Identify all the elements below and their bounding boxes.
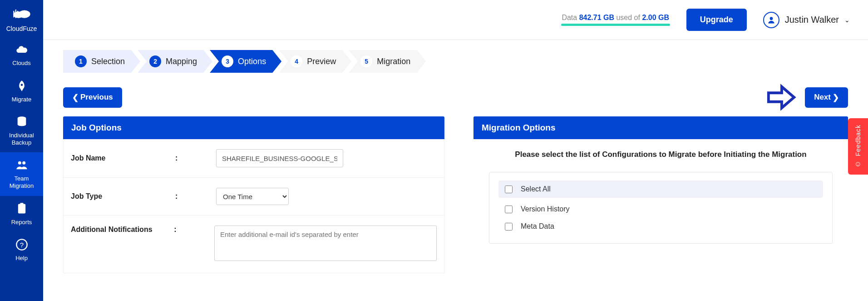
- data-usage-bar: [561, 24, 670, 26]
- svg-point-6: [18, 161, 21, 165]
- main: Data 842.71 GB used of 2.00 GB Upgrade J…: [43, 0, 868, 301]
- step-label: Selection: [91, 57, 125, 66]
- wizard-stepper: 1 Selection 2 Mapping 3 Options 4 Previe…: [63, 50, 848, 73]
- svg-rect-3: [15, 10, 16, 18]
- header: Data 842.71 GB used of 2.00 GB Upgrade J…: [43, 0, 868, 40]
- additional-notifications-label: Additional Notifications: [71, 226, 174, 234]
- svg-point-12: [769, 17, 773, 20]
- step-label: Mapping: [166, 57, 197, 66]
- step-selection[interactable]: 1 Selection: [63, 50, 140, 73]
- database-icon: [2, 115, 41, 130]
- cloud-icon: [2, 43, 41, 58]
- config-item-meta-data[interactable]: Meta Data: [498, 218, 823, 235]
- config-item-label: Meta Data: [521, 222, 554, 231]
- step-migration[interactable]: 5 Migration: [349, 50, 426, 73]
- user-menu[interactable]: Justin Walker ⌄: [763, 12, 850, 28]
- chevron-left-icon: ❮: [72, 93, 79, 102]
- step-number: 5: [360, 55, 372, 67]
- colon: :: [174, 226, 214, 234]
- next-button-label: Next: [814, 93, 831, 102]
- svg-text:?: ?: [20, 241, 23, 249]
- config-item-label: Version History: [521, 205, 570, 213]
- sidebar: CloudFuze Clouds Migrate Individual Back…: [0, 0, 43, 301]
- cloudfuze-logo-icon: [2, 8, 41, 22]
- logo-text: CloudFuze: [2, 25, 41, 32]
- svg-point-7: [22, 161, 25, 165]
- data-usage-prefix: Data: [562, 14, 579, 21]
- colon: :: [175, 154, 216, 162]
- step-label: Migration: [377, 57, 410, 66]
- sidebar-item-migrate[interactable]: Migrate: [0, 73, 43, 110]
- data-usage-mid: used of: [614, 14, 642, 21]
- job-name-input[interactable]: [216, 149, 343, 167]
- migration-options-description: Please select the list of Configurations…: [483, 150, 839, 159]
- meta-data-checkbox[interactable]: [505, 223, 513, 231]
- step-number: 4: [291, 55, 302, 67]
- svg-rect-4: [17, 11, 18, 17]
- panels: Job Options Job Name : Job Type : One Ti…: [63, 116, 848, 273]
- sidebar-item-clouds[interactable]: Clouds: [0, 37, 43, 73]
- step-number: 3: [222, 55, 233, 67]
- sidebar-item-team-migration[interactable]: Team Migration: [0, 152, 43, 196]
- sidebar-item-individual-backup[interactable]: Individual Backup: [0, 109, 43, 152]
- job-type-select[interactable]: One Time: [216, 188, 289, 205]
- job-type-label: Job Type: [71, 192, 175, 201]
- step-preview[interactable]: 4 Preview: [279, 50, 351, 73]
- user-name: Justin Walker: [785, 15, 839, 25]
- migration-options-panel: Migration Options Please select the list…: [473, 116, 848, 273]
- previous-button[interactable]: ❮ Previous: [63, 87, 122, 108]
- job-name-row: Job Name :: [64, 139, 444, 178]
- select-all-checkbox[interactable]: [505, 186, 513, 193]
- step-mapping[interactable]: 2 Mapping: [138, 50, 212, 73]
- feedback-label: Feedback: [854, 125, 862, 156]
- job-type-row: Job Type : One Time: [64, 178, 444, 216]
- user-avatar-icon: [763, 12, 779, 28]
- chevron-right-icon: ❯: [833, 93, 839, 102]
- step-number: 2: [149, 55, 161, 67]
- team-icon: [2, 159, 41, 173]
- svg-rect-2: [13, 11, 14, 17]
- version-history-checkbox[interactable]: [505, 206, 513, 213]
- config-item-version-history[interactable]: Version History: [498, 201, 823, 218]
- select-all-label: Select All: [521, 185, 551, 193]
- help-icon: ?: [2, 238, 41, 253]
- feedback-icon: ☺: [854, 160, 862, 168]
- data-usage-total: 2.00 GB: [642, 14, 669, 21]
- chevron-down-icon: ⌄: [844, 16, 850, 24]
- sidebar-item-help[interactable]: ? Help: [0, 232, 43, 268]
- feedback-tab[interactable]: Feedback ☺: [848, 118, 868, 175]
- svg-rect-9: [20, 203, 23, 205]
- configurations-box: Select All Version History Meta Data: [489, 172, 833, 244]
- sidebar-item-reports[interactable]: Reports: [0, 196, 43, 232]
- svg-rect-8: [18, 204, 25, 213]
- job-options-panel: Job Options Job Name : Job Type : One Ti…: [63, 116, 444, 273]
- migration-options-title: Migration Options: [473, 116, 848, 139]
- rocket-icon: [2, 80, 41, 94]
- job-options-title: Job Options: [63, 116, 444, 139]
- logo: CloudFuze: [0, 0, 43, 37]
- nav-buttons-row: ❮ Previous Next ❯: [63, 84, 848, 111]
- colon: :: [175, 192, 216, 201]
- additional-notifications-row: Additional Notifications :: [64, 216, 444, 273]
- step-options[interactable]: 3 Options: [210, 50, 281, 73]
- step-label: Options: [238, 57, 266, 66]
- job-name-label: Job Name: [71, 154, 175, 162]
- svg-point-1: [18, 10, 30, 18]
- clipboard-icon: [2, 202, 41, 217]
- data-usage-used: 842.71 GB: [579, 14, 614, 21]
- select-all-row[interactable]: Select All: [498, 181, 823, 198]
- step-label: Preview: [307, 57, 336, 66]
- content: 1 Selection 2 Mapping 3 Options 4 Previe…: [43, 40, 868, 301]
- data-usage: Data 842.71 GB used of 2.00 GB: [561, 14, 670, 26]
- step-number: 1: [75, 55, 87, 67]
- next-button[interactable]: Next ❯: [805, 87, 848, 108]
- additional-notifications-input[interactable]: [214, 226, 437, 261]
- previous-button-label: Previous: [80, 93, 113, 102]
- arrow-callout-icon: [766, 84, 797, 111]
- upgrade-button[interactable]: Upgrade: [686, 9, 747, 31]
